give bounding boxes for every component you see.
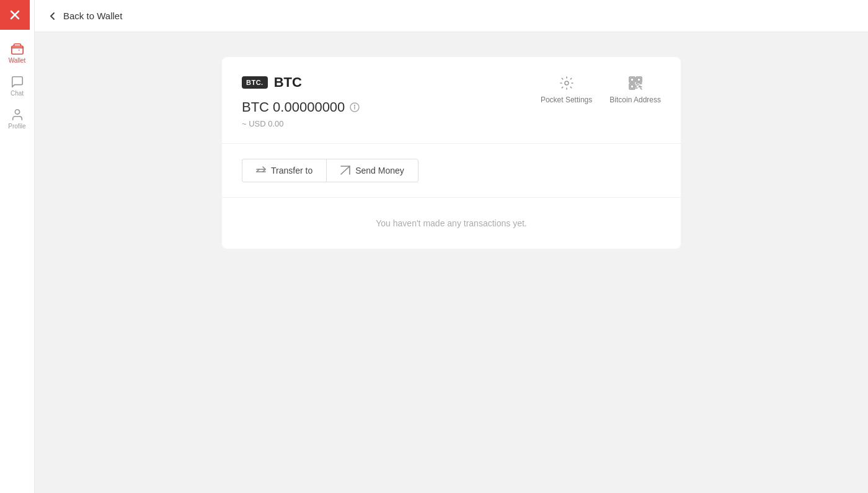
wallet-card: BTC. BTC BTC 0.00000000 ~ [222,57,681,249]
sidebar-wallet-label: Wallet [9,57,25,64]
coin-badge: BTC. [242,76,268,89]
send-money-label: Send Money [355,166,404,175]
transactions-section: You haven't made any transactions yet. [222,198,681,249]
sidebar-profile-label: Profile [8,123,25,130]
main-area: Back to Wallet BTC. BTC BTC 0.00000000 [35,0,868,493]
coin-name: BTC [274,74,302,91]
send-money-button[interactable]: Send Money [326,159,418,182]
pocket-settings-label: Pocket Settings [541,95,592,104]
balance-amount: BTC 0.00000000 [242,99,345,115]
transfer-to-label: Transfer to [271,166,312,175]
coin-header: BTC. BTC [242,74,360,91]
sidebar-item-wallet[interactable]: Wallet [0,35,34,68]
pocket-settings-action[interactable]: Pocket Settings [541,74,592,104]
card-top-section: BTC. BTC BTC 0.00000000 ~ [222,57,681,144]
sidebar-item-profile[interactable]: Profile [0,100,34,133]
transfer-to-button[interactable]: Transfer to [242,159,326,182]
usd-balance: ~ USD 0.00 [242,119,360,128]
svg-point-3 [15,110,19,114]
header-title: Back to Wallet [63,11,122,21]
card-buttons-section: Transfer to Send Money [222,144,681,198]
svg-rect-9 [631,78,634,81]
svg-line-22 [640,88,642,89]
card-left-info: BTC. BTC BTC 0.00000000 ~ [242,74,360,128]
bitcoin-address-action[interactable]: Bitcoin Address [609,74,661,104]
svg-point-6 [355,105,355,106]
balance-row: BTC 0.00000000 [242,99,360,115]
svg-point-7 [565,81,569,85]
close-button[interactable] [0,0,30,30]
sidebar: Wallet Chat Profile [0,0,35,493]
header: Back to Wallet [35,0,868,32]
svg-line-25 [341,166,350,174]
sidebar-item-chat[interactable]: Chat [0,68,34,100]
svg-rect-13 [631,85,634,88]
back-button[interactable] [47,11,58,22]
sidebar-chat-label: Chat [11,90,24,97]
svg-rect-11 [637,78,640,81]
content-area: BTC. BTC BTC 0.00000000 ~ [35,32,868,493]
bitcoin-address-label: Bitcoin Address [609,95,661,104]
empty-transactions-message: You haven't made any transactions yet. [376,218,526,228]
card-right-actions: Pocket Settings [541,74,661,104]
info-icon[interactable] [350,102,360,112]
